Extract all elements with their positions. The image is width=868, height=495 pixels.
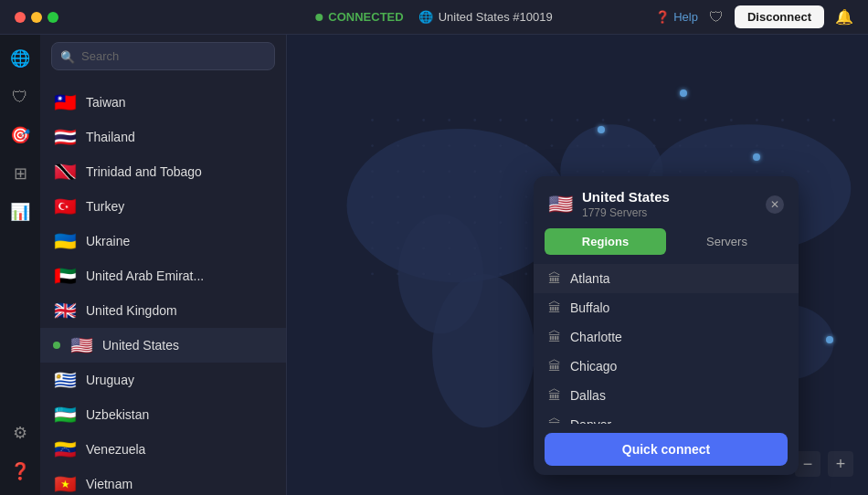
svg-point-68: [499, 195, 502, 198]
maximize-button[interactable]: [48, 12, 58, 23]
tab-servers[interactable]: Servers: [666, 228, 788, 255]
svg-point-43: [781, 144, 784, 147]
svg-point-82: [448, 221, 450, 224]
svg-point-60: [756, 170, 758, 173]
region-item-charlotte[interactable]: 🏛 Charlotte: [534, 322, 799, 352]
close-button[interactable]: [15, 12, 26, 23]
popup-title-wrap: United States 1779 Servers: [582, 189, 757, 219]
svg-point-18: [628, 119, 630, 121]
svg-point-83: [473, 221, 476, 224]
quick-connect-button[interactable]: Quick connect: [545, 433, 788, 466]
map-dot-australia: [826, 336, 833, 343]
svg-point-95: [371, 247, 374, 249]
nav-icon-grid[interactable]: ⊞: [4, 157, 37, 190]
country-item-vietnam[interactable]: 🇻🇳 Vietnam: [40, 467, 286, 495]
flag-icon-turkey: 🇹🇷: [53, 195, 77, 217]
country-name-thailand: Thailand: [86, 130, 273, 144]
nav-icon-stats[interactable]: 📊: [4, 195, 37, 228]
globe-icon: 🌐: [418, 10, 433, 24]
sidebar-nav: 🌐 🛡 🎯 ⊞ 📊 ⚙ ❓: [0, 35, 40, 495]
connected-badge: CONNECTED: [315, 10, 403, 24]
country-name-uzbekistan: Uzbekistan: [86, 407, 273, 422]
country-item-thailand[interactable]: 🇹🇭 Thailand: [40, 120, 286, 154]
nav-icon-target[interactable]: 🎯: [4, 119, 37, 152]
country-item-us[interactable]: 🇺🇸 United States: [40, 328, 286, 363]
disconnect-button[interactable]: Disconnect: [735, 5, 824, 28]
nav-icon-help[interactable]: ❓: [4, 455, 37, 488]
svg-point-98: [448, 247, 450, 249]
svg-point-105: [371, 272, 374, 275]
svg-point-49: [473, 170, 476, 173]
region-item-buffalo[interactable]: 🏛 Buffalo: [534, 293, 799, 322]
country-name-ukraine: Ukraine: [86, 234, 273, 248]
search-icon: 🔍: [60, 49, 75, 63]
minimize-button[interactable]: [31, 12, 42, 23]
svg-point-111: [524, 272, 527, 275]
popup-tabs: Regions Servers: [534, 228, 799, 264]
country-item-trinidad[interactable]: 🇹🇹 Trinidad and Tobago: [40, 154, 286, 189]
svg-point-51: [524, 170, 527, 173]
country-item-ukraine[interactable]: 🇺🇦 Ukraine: [40, 224, 286, 258]
svg-point-20: [679, 119, 682, 121]
country-item-taiwan[interactable]: 🇹🇼 Taiwan: [40, 85, 286, 120]
svg-point-38: [653, 144, 656, 147]
region-item-denver[interactable]: 🏛 Denver: [534, 410, 799, 424]
svg-point-21: [704, 119, 707, 121]
svg-point-56: [653, 170, 656, 173]
zoom-out-button[interactable]: −: [795, 451, 820, 477]
svg-point-9: [397, 119, 399, 121]
server-icon: 🏛: [548, 359, 561, 374]
country-item-uruguay[interactable]: 🇺🇾 Uruguay: [40, 363, 286, 397]
svg-point-106: [397, 272, 399, 275]
svg-point-57: [679, 170, 682, 173]
zoom-in-button[interactable]: +: [828, 451, 853, 477]
flag-icon-vietnam: 🇻🇳: [53, 473, 77, 495]
country-item-uzbekistan[interactable]: 🇺🇿 Uzbekistan: [40, 397, 286, 432]
svg-point-59: [730, 170, 733, 173]
svg-point-16: [577, 119, 579, 121]
region-item-dallas[interactable]: 🏛 Dallas: [534, 381, 799, 410]
svg-point-62: [807, 170, 810, 173]
map-area: 🇺🇸 United States 1779 Servers ✕ Regions …: [287, 35, 868, 495]
country-name-turkey: Turkey: [86, 199, 273, 214]
nav-icon-shield[interactable]: 🛡: [4, 80, 37, 113]
popup-server-count: 1779 Servers: [582, 206, 757, 219]
server-icon: 🏛: [548, 330, 561, 344]
flag-icon-uk: 🇬🇧: [53, 300, 77, 321]
svg-point-64: [397, 195, 399, 198]
popup-close-button[interactable]: ✕: [766, 195, 784, 214]
country-name-uae: United Arab Emirat...: [86, 269, 273, 283]
title-bar: CONNECTED 🌐 United States #10019 ❓ Help …: [0, 0, 868, 35]
country-item-uk[interactable]: 🇬🇧 United Kingdom: [40, 293, 286, 328]
svg-point-53: [577, 170, 579, 173]
help-label: Help: [673, 10, 698, 24]
nav-icon-settings[interactable]: ⚙: [4, 416, 37, 449]
server-icon: 🏛: [548, 271, 561, 286]
flag-icon-ukraine: 🇺🇦: [53, 230, 77, 252]
svg-point-41: [730, 144, 733, 147]
flag-icon-taiwan: 🇹🇼: [53, 91, 77, 113]
country-item-turkey[interactable]: 🇹🇷 Turkey: [40, 189, 286, 224]
shield-icon: 🛡: [709, 9, 724, 26]
country-item-venezuela[interactable]: 🇻🇪 Venezuela: [40, 432, 286, 467]
region-name-buffalo: Buffalo: [570, 300, 609, 315]
svg-point-108: [448, 272, 450, 275]
region-item-chicago[interactable]: 🏛 Chicago: [534, 352, 799, 381]
help-button[interactable]: ❓ Help: [655, 10, 698, 24]
nav-icon-globe[interactable]: 🌐: [4, 42, 37, 75]
svg-point-97: [422, 247, 425, 249]
region-item-atlanta[interactable]: 🏛 Atlanta: [534, 264, 799, 293]
flag-icon-thailand: 🇹🇭: [53, 126, 77, 148]
svg-point-30: [448, 144, 450, 147]
svg-point-61: [781, 170, 784, 173]
region-name-chicago: Chicago: [570, 359, 617, 374]
search-input[interactable]: [51, 42, 275, 70]
tab-regions[interactable]: Regions: [545, 228, 666, 255]
title-bar-right: ❓ Help 🛡 Disconnect 🔔: [655, 5, 853, 28]
svg-point-36: [602, 144, 605, 147]
svg-point-27: [371, 144, 374, 147]
traffic-lights: [15, 12, 58, 23]
country-name-uruguay: Uruguay: [86, 373, 273, 387]
country-item-uae[interactable]: 🇦🇪 United Arab Emirat...: [40, 258, 286, 293]
svg-point-44: [807, 144, 810, 147]
